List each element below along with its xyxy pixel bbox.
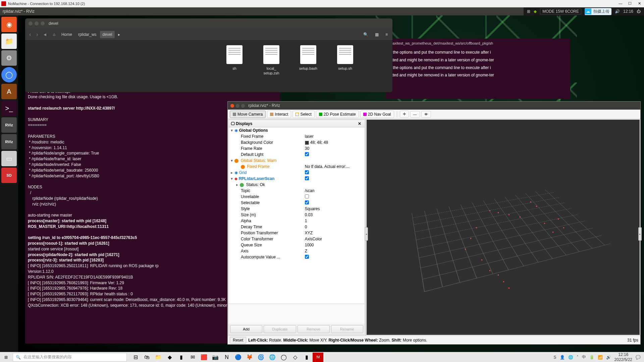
- task-view-icon[interactable]: ⊟: [130, 353, 141, 362]
- decay-value[interactable]: 0: [304, 224, 365, 230]
- queue-value[interactable]: 1000: [304, 242, 365, 248]
- size-value[interactable]: 0.03: [304, 212, 365, 218]
- select-button[interactable]: Select: [292, 111, 314, 118]
- launcher-rviz[interactable]: RViz: [1, 117, 17, 133]
- tray-icon[interactable]: 🌐: [568, 355, 573, 360]
- selectable-checkbox[interactable]: [305, 200, 309, 204]
- volume-icon[interactable]: 🔊: [615, 9, 620, 14]
- home-icon[interactable]: ⌂: [50, 31, 58, 38]
- terminal-2[interactable]: /maxitest_ws_prometheus_det/maxitest_ws/…: [386, 39, 570, 99]
- edge-icon[interactable]: 🌐: [267, 353, 278, 362]
- firefox-icon[interactable]: 🦊: [244, 353, 255, 362]
- file-item[interactable]: setup.sh: [332, 45, 359, 76]
- app-icon[interactable]: ◯: [278, 353, 289, 362]
- menu-icon[interactable]: ≡: [383, 30, 390, 39]
- mail-icon[interactable]: ✉: [187, 353, 198, 362]
- maximize-button[interactable]: ☐: [627, 1, 633, 6]
- indicator-icon[interactable]: ⊞: [527, 9, 530, 14]
- launcher-dash[interactable]: ◉: [1, 17, 17, 32]
- measure-button[interactable]: —: [410, 111, 420, 118]
- crumb-devel[interactable]: devel: [100, 31, 115, 38]
- launcher-settings[interactable]: ⚙: [1, 50, 17, 66]
- file-item[interactable]: local_ setup.zsh: [258, 45, 285, 76]
- default-light-checkbox[interactable]: [305, 152, 309, 156]
- start-button[interactable]: ⊞: [0, 352, 12, 362]
- app-icon[interactable]: ▮: [301, 353, 312, 362]
- displays-tree[interactable]: ▾ ◉ Global Options Fixed Framelaser Back…: [229, 127, 365, 304]
- people-icon[interactable]: 👤: [560, 355, 565, 360]
- onenote-icon[interactable]: N: [221, 353, 232, 362]
- power-mode[interactable]: MODE 15W 6CORE: [540, 8, 581, 14]
- style-value[interactable]: Squares: [304, 206, 365, 212]
- interact-button[interactable]: Interact: [267, 111, 291, 118]
- taskbar-clock[interactable]: 12:162022/5/22: [614, 352, 632, 362]
- bg-color-value[interactable]: 48; 48; 48: [310, 140, 328, 145]
- notification-icon[interactable]: 💬: [636, 355, 641, 360]
- topic-value[interactable]: /scan: [304, 188, 365, 194]
- rename-button[interactable]: Rename: [331, 325, 363, 333]
- app-icon[interactable]: 🟥: [199, 353, 209, 362]
- battery-icon[interactable]: 🔋: [589, 355, 594, 360]
- files-body[interactable]: sh local_ setup.zsh setup.bash setup.sh: [25, 41, 392, 80]
- launcher-terminal[interactable]: >_: [1, 101, 17, 116]
- ime-icon[interactable]: 中: [582, 354, 586, 360]
- path-end-icon[interactable]: ▸: [115, 31, 123, 38]
- color-transform-value[interactable]: AxisColor: [304, 236, 365, 242]
- duplicate-button[interactable]: Duplicate: [264, 325, 296, 333]
- search-icon[interactable]: 🔍: [361, 30, 370, 39]
- app-icon[interactable]: ◇: [290, 353, 301, 362]
- crumb-ws[interactable]: rplidar_ws: [75, 31, 99, 38]
- launcher-sd[interactable]: SD: [1, 168, 17, 183]
- laserscan-checkbox[interactable]: [305, 176, 309, 180]
- power-icon[interactable]: ⏻: [637, 9, 641, 14]
- app-icon[interactable]: ◆: [164, 353, 175, 362]
- launcher-files[interactable]: 📁: [1, 34, 17, 49]
- store-icon[interactable]: 🛍: [142, 353, 152, 362]
- close-panel-icon[interactable]: ✕: [357, 121, 363, 126]
- displays-header[interactable]: 🖵 Displays ✕: [229, 120, 365, 127]
- axis-value[interactable]: Z: [304, 248, 365, 254]
- forward-button[interactable]: ›: [35, 30, 39, 39]
- rviz-titlebar[interactable]: rplidar.rviz* - RViz: [228, 102, 640, 110]
- camera-icon[interactable]: 📷: [210, 353, 221, 362]
- reset-button[interactable]: Reset: [230, 337, 246, 344]
- minimize-button[interactable]: —: [617, 1, 624, 6]
- view-icon[interactable]: ▦: [373, 30, 381, 39]
- frame-rate-value[interactable]: 30: [304, 145, 365, 152]
- right-panel-handle[interactable]: ▸: [638, 227, 642, 241]
- publish-point-button[interactable]: 👁: [421, 111, 431, 118]
- focus-button[interactable]: ✛: [400, 111, 409, 118]
- launcher-chromium[interactable]: ◯: [1, 67, 17, 82]
- launcher-rviz-2[interactable]: RViz: [1, 134, 17, 149]
- autocompute-checkbox[interactable]: [305, 255, 309, 259]
- alpha-value[interactable]: 1: [304, 218, 365, 224]
- left-panel-handle[interactable]: ◂: [365, 227, 368, 241]
- clock[interactable]: 12:16: [623, 9, 633, 14]
- launcher-updater[interactable]: A: [1, 84, 17, 99]
- app-icon[interactable]: ▮: [176, 353, 186, 362]
- file-item[interactable]: sh: [221, 45, 248, 76]
- nav-goal-button[interactable]: 2D Nav Goal: [360, 111, 394, 118]
- close-button[interactable]: ✕: [636, 1, 643, 6]
- remove-button[interactable]: Remove: [298, 325, 330, 333]
- wifi-icon[interactable]: 📶: [598, 355, 603, 360]
- move-camera-button[interactable]: Move Camera: [230, 111, 266, 118]
- path-start-icon[interactable]: ◂: [42, 30, 48, 39]
- pose-estimate-button[interactable]: 2D Pose Estimate: [316, 111, 359, 118]
- app-icon[interactable]: 🔵: [233, 353, 244, 362]
- grid-checkbox[interactable]: [305, 170, 309, 174]
- tray-icon[interactable]: S: [554, 355, 556, 360]
- chevron-up-icon[interactable]: ˄: [577, 355, 579, 360]
- rviz-3d-view[interactable]: ◂ ▸: [367, 120, 640, 335]
- fixed-frame-value[interactable]: laser: [304, 133, 365, 139]
- pos-transform-value[interactable]: XYZ: [304, 230, 365, 236]
- back-button[interactable]: ‹: [28, 30, 32, 39]
- app-icon[interactable]: 🌀: [256, 353, 266, 362]
- launcher-disk[interactable]: ▭: [1, 151, 17, 166]
- nomachine-taskbar-icon[interactable]: !M: [313, 353, 323, 362]
- crumb-home[interactable]: Home: [59, 31, 75, 38]
- unreliable-checkbox[interactable]: [305, 194, 309, 198]
- extension-badge[interactable]: ☁拍摄上传: [585, 8, 611, 15]
- add-button[interactable]: Add: [230, 325, 262, 333]
- search-box[interactable]: 🔍 在这里输入你要搜索的内容: [13, 353, 127, 362]
